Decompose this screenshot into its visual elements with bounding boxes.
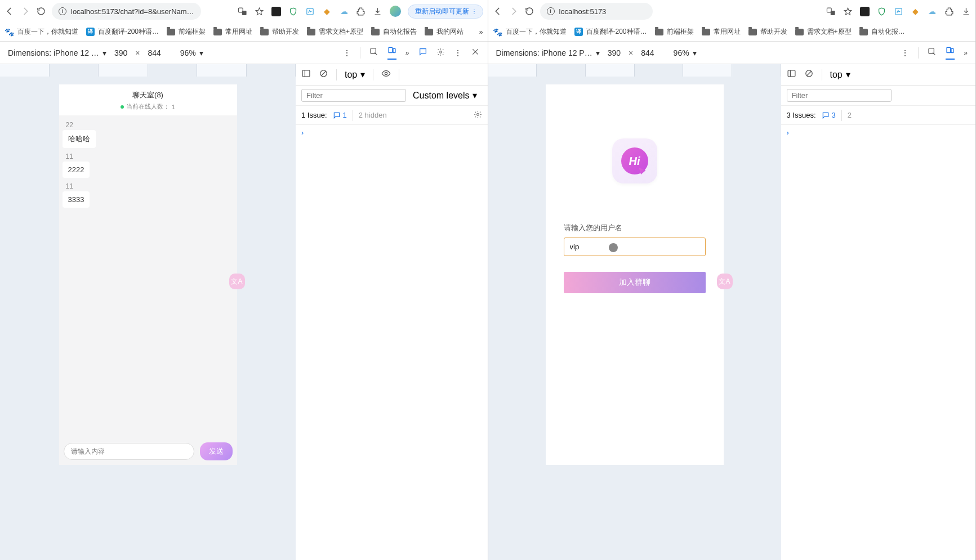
device-menu-icon[interactable]: ⋮ <box>343 48 351 57</box>
bookmark-star-icon[interactable] <box>255 6 265 16</box>
devtools-more-tabs-icon[interactable]: » <box>964 49 968 57</box>
download-icon[interactable] <box>373 6 383 16</box>
username-input[interactable] <box>564 238 706 256</box>
filter-input[interactable] <box>301 89 406 102</box>
bookmark-folder-req[interactable]: 需求文档+原型 <box>307 27 363 37</box>
back-icon[interactable] <box>5 6 15 16</box>
hidden-count[interactable]: 2 <box>848 111 852 119</box>
issues-count[interactable]: 1 <box>333 111 347 119</box>
context-select[interactable]: top ▾ <box>345 69 365 80</box>
chat-input[interactable] <box>64 443 194 460</box>
message-item: 112222 <box>63 153 234 178</box>
back-icon[interactable] <box>493 6 503 16</box>
toggle-device-icon[interactable] <box>946 46 955 60</box>
ext-icon-4[interactable]: ☁ <box>339 6 349 16</box>
bookmark-folder-mine[interactable]: 我的网站 <box>425 27 464 37</box>
zoom-select[interactable]: 96% ▾ <box>674 48 697 57</box>
console-settings-icon[interactable] <box>474 110 482 120</box>
ext-icon[interactable] <box>271 6 282 16</box>
settings-icon[interactable] <box>436 48 445 58</box>
ext-icon-2[interactable] <box>305 6 315 16</box>
bookmark-folder-auto[interactable]: 自动化报告 <box>371 27 417 37</box>
address-bar[interactable]: i localhost:5173 <box>540 3 653 20</box>
bookmark-baidu[interactable]: 🐾百度一下，你就知道 <box>493 27 567 37</box>
bookmark-folder-common[interactable]: 常用网址 <box>213 27 252 37</box>
context-select[interactable]: top ▾ <box>830 69 850 80</box>
devtools-menu-icon[interactable]: ⋮ <box>454 48 462 57</box>
bookmark-folder-common[interactable]: 常用网址 <box>702 27 741 37</box>
reload-icon[interactable] <box>36 6 46 16</box>
browser-window-right: i localhost:5173 ◆ ☁ 🐾百度一下，你就知道 译百度翻译-20… <box>488 0 977 560</box>
chat-messages[interactable]: 22哈哈哈 112222 113333 <box>59 115 237 438</box>
bookmark-folder-helpdev[interactable]: 帮助开发 <box>260 27 299 37</box>
toggle-device-icon[interactable] <box>387 46 396 60</box>
zoom-select[interactable]: 96% ▾ <box>180 48 203 57</box>
restart-update-button[interactable]: 重新启动即可更新⋮ <box>408 5 483 19</box>
online-count: 1 <box>172 104 175 110</box>
bookmark-fanyi[interactable]: 译百度翻译-200种语… <box>86 27 159 37</box>
issues-count[interactable]: 3 <box>822 111 836 119</box>
forward-icon[interactable] <box>509 6 519 16</box>
bookmark-folder-frontend[interactable]: 前端框架 <box>167 27 206 37</box>
join-button[interactable]: 加入群聊 <box>564 272 706 293</box>
app-login: Hi 请输入您的用户名 加入群聊 文A <box>546 84 724 465</box>
toggle-drawer-icon[interactable] <box>301 69 311 80</box>
svg-rect-16 <box>951 48 953 52</box>
download-icon[interactable] <box>961 6 971 16</box>
inspect-icon[interactable] <box>369 47 378 58</box>
close-devtools-icon[interactable] <box>471 47 480 58</box>
address-bar[interactable]: i localhost:5173/chat?id=8&userNam… <box>52 3 201 20</box>
reload-icon[interactable] <box>524 6 534 16</box>
svg-rect-15 <box>947 47 951 52</box>
send-button[interactable]: 发送 <box>200 442 233 460</box>
message-text: 2222 <box>63 162 90 178</box>
clear-console-icon[interactable] <box>804 69 814 80</box>
online-label: 当前在线人数： <box>126 102 170 111</box>
device-menu-icon[interactable]: ⋮ <box>901 48 909 57</box>
ext-icon-3[interactable]: ◆ <box>910 6 920 16</box>
device-select[interactable]: Dimensions: iPhone 12 … ▾ <box>8 48 106 57</box>
url-text: localhost:5173/chat?id=8&userNam… <box>71 7 194 16</box>
bookmark-folder-frontend[interactable]: 前端框架 <box>655 27 694 37</box>
inspect-icon[interactable] <box>928 47 937 58</box>
extensions-icon[interactable] <box>944 6 954 16</box>
translate-float-icon[interactable]: 文A <box>229 274 245 289</box>
shield-icon[interactable] <box>288 6 298 16</box>
whatsnew-icon[interactable] <box>418 47 427 58</box>
ext-icon-4[interactable]: ☁ <box>927 6 937 16</box>
console-prompt[interactable]: › <box>296 125 488 140</box>
translate-icon[interactable] <box>826 6 836 16</box>
filter-input[interactable] <box>787 89 892 102</box>
shield-icon[interactable] <box>876 6 886 16</box>
log-levels-select[interactable]: Custom levels ▾ <box>413 90 477 101</box>
bookmark-folder-auto[interactable]: 自动化报… <box>859 27 905 37</box>
dimensions-x: × <box>629 48 633 57</box>
bookmark-fanyi[interactable]: 译百度翻译-200种语… <box>574 27 647 37</box>
device-height[interactable]: 844 <box>148 48 161 57</box>
toggle-drawer-icon[interactable] <box>787 69 796 80</box>
live-expr-icon[interactable] <box>381 69 391 80</box>
hidden-count[interactable]: 2 hidden <box>359 111 387 119</box>
bookmark-folder-req[interactable]: 需求文档+原型 <box>795 27 852 37</box>
device-width[interactable]: 390 <box>114 48 127 57</box>
console-prompt[interactable]: › <box>781 125 976 140</box>
bookmark-folder-helpdev[interactable]: 帮助开发 <box>748 27 787 37</box>
site-info-icon[interactable]: i <box>59 7 66 15</box>
site-info-icon[interactable]: i <box>547 7 555 15</box>
devtools-more-tabs-icon[interactable]: » <box>405 49 409 57</box>
device-width[interactable]: 390 <box>608 48 621 57</box>
translate-float-icon[interactable]: 文A <box>717 274 733 289</box>
ext-icon[interactable] <box>859 6 870 16</box>
device-select[interactable]: Dimensions: iPhone 12 P… ▾ <box>496 48 600 57</box>
forward-icon[interactable] <box>20 6 30 16</box>
device-height[interactable]: 844 <box>641 48 654 57</box>
bookmarks-overflow-icon[interactable]: » <box>479 28 483 36</box>
extensions-icon[interactable] <box>356 6 366 16</box>
bookmark-baidu[interactable]: 🐾百度一下，你就知道 <box>5 27 78 37</box>
ext-icon-2[interactable] <box>893 6 903 16</box>
profile-icon[interactable] <box>390 6 401 17</box>
clear-console-icon[interactable] <box>319 69 328 80</box>
bookmark-star-icon[interactable] <box>843 6 853 16</box>
translate-icon[interactable] <box>238 6 248 16</box>
ext-icon-3[interactable]: ◆ <box>322 6 332 16</box>
